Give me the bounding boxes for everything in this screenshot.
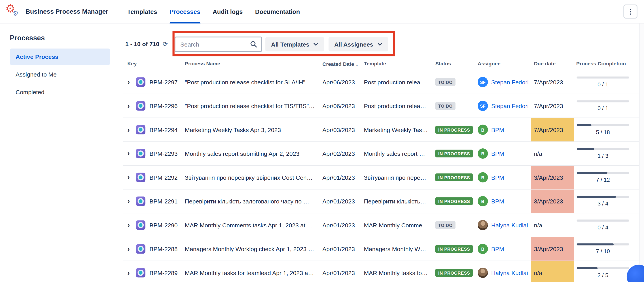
column-header-status[interactable]: Status <box>434 61 478 67</box>
table-row[interactable]: › BPM-2294 Marketing Weekly Tasks Apr 3,… <box>123 118 639 142</box>
nav-item-label: Templates <box>127 8 157 15</box>
due-date-cell: 7/Apr/2023 <box>531 70 574 94</box>
sidebar-item[interactable]: Completed <box>10 84 110 100</box>
process-name[interactable]: Managers Monthly Worklog check Apr 1, 20… <box>185 245 322 252</box>
due-date-value: n/a <box>534 150 542 157</box>
assignee-link[interactable]: BPM <box>491 150 504 157</box>
table-row[interactable]: › BPM-2296 "Post production release chec… <box>123 94 639 118</box>
process-name[interactable]: MAR Monthly tasks for teamlead Apr 1, 20… <box>185 269 322 276</box>
table-row[interactable]: › BPM-2288 Managers Monthly Worklog chec… <box>123 237 639 261</box>
assignee-link[interactable]: BPM <box>491 126 504 133</box>
expand-chevron-icon[interactable]: › <box>127 149 134 158</box>
templates-filter-dropdown[interactable]: All Templates <box>266 37 324 51</box>
expand-chevron-icon[interactable]: › <box>127 78 134 86</box>
assignee-link[interactable]: Halyna Kudlai <box>491 269 528 276</box>
column-header-created-date[interactable]: Created Date↓ <box>322 61 364 67</box>
process-key[interactable]: BPM-2292 <box>150 174 178 181</box>
expand-chevron-icon[interactable]: › <box>127 102 134 110</box>
refresh-icon[interactable]: ⟳ <box>162 40 168 48</box>
assignee-cell: B BPM <box>478 172 531 183</box>
created-date-value: Apr/01/2023 <box>322 222 364 228</box>
assignee-link[interactable]: Stepan Fedori <box>491 103 528 109</box>
sidebar-item[interactable]: Assigned to Me <box>10 66 110 83</box>
table-row[interactable]: › BPM-2290 MAR Monthly Comments tasks Ap… <box>123 213 639 237</box>
created-date-label: Created Date <box>322 61 354 67</box>
expand-chevron-icon[interactable]: › <box>127 197 134 206</box>
assignee-link[interactable]: Stepan Fedori <box>491 79 528 85</box>
nav-item[interactable]: Documentation <box>255 0 300 23</box>
table-row[interactable]: › BPM-2289 MAR Monthly tasks for teamlea… <box>123 261 639 282</box>
created-date-value: Apr/01/2023 <box>322 269 364 276</box>
column-header-process-completion[interactable]: Process Completion <box>574 61 639 67</box>
assignee-link[interactable]: BPM <box>491 198 504 204</box>
process-key[interactable]: BPM-2291 <box>150 198 178 204</box>
template-name: Перевірити кількість… <box>364 198 434 204</box>
column-header-process-name[interactable]: Process Name <box>185 61 322 67</box>
nav-item[interactable]: Audit logs <box>213 0 243 23</box>
process-type-icon <box>136 77 145 87</box>
scrollbar-track[interactable] <box>639 24 644 282</box>
assignee-cell: Halyna Kudlai <box>478 268 531 278</box>
column-header-template[interactable]: Template <box>364 61 434 67</box>
process-key[interactable]: BPM-2290 <box>150 222 178 228</box>
table-row[interactable]: › BPM-2293 Monthly sales report submitti… <box>123 142 639 166</box>
sidebar-item[interactable]: Active Process <box>10 49 110 65</box>
nav-item[interactable]: Processes <box>170 0 200 23</box>
assignee-link[interactable]: Halyna Kudlai <box>491 222 528 228</box>
search-box[interactable] <box>175 37 262 52</box>
search-input[interactable] <box>180 41 250 48</box>
table-row[interactable]: › BPM-2291 Перевірити кількість залогова… <box>123 190 639 213</box>
status-cell: TO DO <box>434 221 478 229</box>
more-actions-button[interactable]: ⋮ <box>624 5 637 18</box>
nav-item[interactable]: Templates <box>127 0 157 23</box>
completion-cell: 1 / 3 <box>574 142 639 165</box>
assignee-link[interactable]: BPM <box>491 245 504 252</box>
expand-chevron-icon[interactable]: › <box>127 221 134 229</box>
sidebar-item-label: Active Process <box>16 54 58 60</box>
sidebar-items: Active Process Assigned to Me Completed <box>0 49 120 100</box>
process-key[interactable]: BPM-2289 <box>150 269 178 276</box>
process-key[interactable]: BPM-2297 <box>150 79 178 85</box>
process-name[interactable]: "Post production release checklist for T… <box>185 103 322 109</box>
process-key[interactable]: BPM-2288 <box>150 245 178 252</box>
table-row[interactable]: › BPM-2297 "Post production release chec… <box>123 70 639 94</box>
column-header-due-date[interactable]: Due date <box>531 61 574 67</box>
due-date-cell: n/a <box>531 142 574 165</box>
completion-label: 1 / 3 <box>598 153 608 159</box>
process-name[interactable]: Перевірити кількість залогованого часу п… <box>185 198 322 204</box>
completion-cell: 5 / 18 <box>574 118 639 141</box>
expand-chevron-icon[interactable]: › <box>127 268 134 277</box>
due-date-cell: 7/Apr/2023 <box>531 118 574 141</box>
expand-chevron-icon[interactable]: › <box>127 245 134 253</box>
assignee-link[interactable]: BPM <box>491 174 504 181</box>
assignees-filter-dropdown[interactable]: All Assignees <box>328 37 388 51</box>
progress-widget: 7 / 10 <box>577 243 629 254</box>
column-header-key[interactable]: Key <box>123 61 185 67</box>
expand-chevron-icon[interactable]: › <box>127 173 134 182</box>
progress-fill <box>577 124 591 126</box>
status-badge: TO DO <box>435 221 456 229</box>
due-date-cell: 3/Apr/2023 <box>531 190 574 213</box>
process-key[interactable]: BPM-2293 <box>150 150 178 157</box>
assignee-avatar: B <box>478 125 488 135</box>
process-key[interactable]: BPM-2294 <box>150 126 178 133</box>
process-name[interactable]: Звітування про перевірку ввірених Cost C… <box>185 174 322 181</box>
progress-bar <box>577 124 629 126</box>
created-date-value: Apr/01/2023 <box>322 198 364 204</box>
process-key[interactable]: BPM-2296 <box>150 103 178 109</box>
template-name: Post production relea… <box>364 103 434 109</box>
template-name: MAR Monthly tasks fo… <box>364 269 434 276</box>
key-cell: › BPM-2297 <box>123 77 185 87</box>
process-name[interactable]: MAR Monthly Comments tasks Apr 1, 2023 a… <box>185 222 322 228</box>
table-row[interactable]: › BPM-2292 Звітування про перевірку ввір… <box>123 166 639 190</box>
process-name[interactable]: Monthly sales report submitting Apr 2, 2… <box>185 150 322 157</box>
process-name[interactable]: "Post production release checklist for S… <box>185 79 322 85</box>
expand-chevron-icon[interactable]: › <box>127 125 134 134</box>
table-header: Key Process Name Created Date↓ Template … <box>123 58 639 69</box>
status-cell: IN PROGRESS <box>434 245 478 253</box>
created-date-value: Apr/06/2023 <box>322 103 364 109</box>
column-header-assignee[interactable]: Assignee <box>478 61 531 67</box>
process-name[interactable]: Marketing Weekly Tasks Apr 3, 2023 <box>185 126 322 133</box>
assignee-avatar: SF <box>478 101 488 111</box>
top-bar: ⚙ ⚙ Business Process Manager Templates P… <box>0 0 644 24</box>
